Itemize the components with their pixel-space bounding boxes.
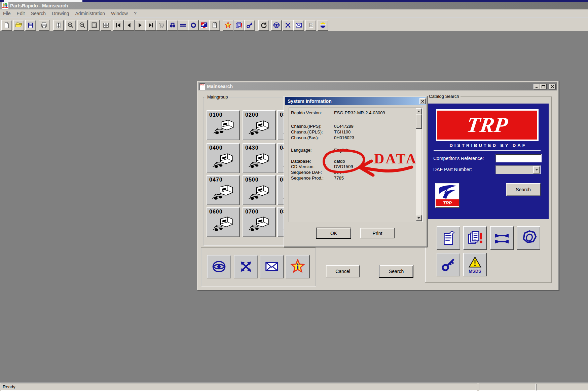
daf-part-number-combobox[interactable] xyxy=(495,165,541,174)
catalog-search-button[interactable]: Search xyxy=(506,183,541,196)
sysinfo-row-value: ESG-PR32-MR-2.4-03009 xyxy=(334,110,385,115)
minimize-button[interactable] xyxy=(534,84,540,89)
close-button[interactable] xyxy=(549,84,556,89)
coupling-button[interactable] xyxy=(178,20,188,31)
envelope-button[interactable] xyxy=(293,20,304,31)
ok-button[interactable]: OK xyxy=(317,228,351,238)
scrollbar[interactable] xyxy=(416,108,421,221)
combobox-dropdown-button[interactable] xyxy=(533,166,540,173)
letter-e-icon: E xyxy=(309,22,313,29)
dialog-close-button[interactable] xyxy=(419,98,426,104)
trp-logo-button[interactable] xyxy=(199,20,210,31)
truck-sketch-icon xyxy=(211,215,236,234)
cancel-button[interactable]: Cancel xyxy=(326,265,360,277)
key-large-button[interactable] xyxy=(437,253,460,276)
sysinfo-row-value: 3944 xyxy=(334,170,344,175)
binoculars-search-button[interactable] xyxy=(167,20,178,31)
scroll-thumb[interactable] xyxy=(416,114,422,129)
maingroup-button-0400[interactable]: 0400 xyxy=(207,143,240,173)
clipboard-button[interactable] xyxy=(209,20,220,31)
sysinfo-row-label: CD-Version: xyxy=(291,164,315,169)
notebook-button[interactable] xyxy=(437,226,460,250)
truck-sketch-icon xyxy=(247,184,272,203)
dialog-titlebar[interactable]: System Information xyxy=(285,97,426,105)
trp-logo-frame: TRP xyxy=(436,109,539,141)
mainsearch-title: Mainsearch xyxy=(207,84,233,89)
nav-previous-icon xyxy=(125,22,133,29)
trp-rule xyxy=(434,150,541,151)
resize-arrows-large-button[interactable] xyxy=(234,255,258,278)
shopping-cart-icon xyxy=(158,22,165,29)
maingroup-button-0500[interactable]: 0500 xyxy=(243,175,276,205)
eye-view-button[interactable] xyxy=(271,20,282,31)
maingroup-button-0200[interactable]: 0200 xyxy=(243,110,276,140)
catalog-search-label: Catalog Search xyxy=(428,94,461,99)
nav-last-icon xyxy=(147,22,154,29)
nav-last-button[interactable] xyxy=(145,20,156,31)
msds-button[interactable]: MSDS xyxy=(463,253,487,276)
key-button[interactable] xyxy=(244,20,255,31)
zoom-out-button[interactable] xyxy=(77,20,88,31)
nav-next-button[interactable] xyxy=(135,20,145,31)
sysinfo-row-label: Sequence DAF: xyxy=(291,170,322,175)
maingroup-button-0700[interactable]: 0700 xyxy=(243,207,276,237)
competitor-reference-label: Competitor's Reference: xyxy=(433,156,484,161)
eye-view-large-button[interactable] xyxy=(207,255,231,278)
sysinfo-row-value: 0L447289 xyxy=(334,124,354,129)
save-button[interactable] xyxy=(25,20,36,31)
menu-edit[interactable]: Edit xyxy=(14,11,28,16)
maingroup-button-0430[interactable]: 0430 xyxy=(243,143,276,173)
scroll-up-button[interactable] xyxy=(416,108,422,114)
eye-icon xyxy=(211,259,227,274)
maximize-button[interactable] xyxy=(540,84,547,89)
globe-ball-button[interactable] xyxy=(318,20,328,31)
truck-sketch-icon xyxy=(247,215,272,234)
app-titlebar[interactable]: PartsRapido - Mainsearch xyxy=(0,2,588,9)
star-info-large-button[interactable] xyxy=(286,255,310,278)
open-folder-button[interactable] xyxy=(13,20,24,31)
documents-alert-large-button[interactable] xyxy=(463,226,487,250)
nut-button[interactable] xyxy=(188,20,199,31)
sysinfo-row-label: Rapido Version: xyxy=(291,110,322,115)
fit-page-button[interactable] xyxy=(53,20,64,31)
thumbnail-grid-button[interactable] xyxy=(101,20,111,31)
search-button[interactable]: Search xyxy=(379,265,413,277)
envelope-large-button[interactable] xyxy=(260,255,284,278)
sysinfo-row-value: 0H016023 xyxy=(334,135,354,140)
zoom-in-icon xyxy=(67,22,74,29)
menu-window[interactable]: Window xyxy=(108,11,131,16)
nut-3d-button[interactable] xyxy=(517,226,540,250)
mainsearch-titlebar[interactable]: DOC Mainsearch xyxy=(198,82,557,90)
menu-file[interactable]: File xyxy=(0,11,14,16)
star-info-button[interactable] xyxy=(223,20,233,31)
documents-alert-button[interactable] xyxy=(233,20,244,31)
documents-alert-icon xyxy=(467,230,483,246)
maingroup-button-0100[interactable]: 0100 xyxy=(207,110,240,140)
coupling-large-button[interactable] xyxy=(490,226,514,250)
scroll-down-button[interactable] xyxy=(416,215,422,221)
open-folder-icon xyxy=(15,22,23,29)
competitor-reference-input[interactable] xyxy=(495,154,542,162)
nav-first-button[interactable] xyxy=(113,20,124,31)
maingroup-button-0470[interactable]: 0470 xyxy=(207,175,240,205)
zoom-in-button[interactable] xyxy=(65,20,76,31)
trp-small-logo-button[interactable]: TRP xyxy=(435,183,460,208)
letter-e-button[interactable]: E xyxy=(305,20,316,31)
close-icon xyxy=(551,85,554,88)
maingroup-button-0600[interactable]: 0600 xyxy=(207,207,240,237)
resize-arrows-button[interactable] xyxy=(283,20,293,31)
app-icon xyxy=(2,2,8,9)
notebook-icon xyxy=(440,230,457,246)
nav-previous-button[interactable] xyxy=(124,20,135,31)
shopping-cart-button[interactable] xyxy=(156,20,167,31)
sysinfo-row-value: DVD1509 xyxy=(334,164,353,169)
menu-help[interactable]: ? xyxy=(131,11,140,16)
print-dialog-button[interactable]: Print xyxy=(360,228,395,238)
refresh-button[interactable] xyxy=(258,20,269,31)
menu-drawing[interactable]: Drawing xyxy=(49,11,72,16)
new-document-button[interactable] xyxy=(1,20,12,31)
menu-search[interactable]: Search xyxy=(28,11,49,16)
menu-administration[interactable]: Administration xyxy=(72,11,108,16)
print-button[interactable] xyxy=(39,20,49,31)
page-view-button[interactable] xyxy=(89,20,100,31)
